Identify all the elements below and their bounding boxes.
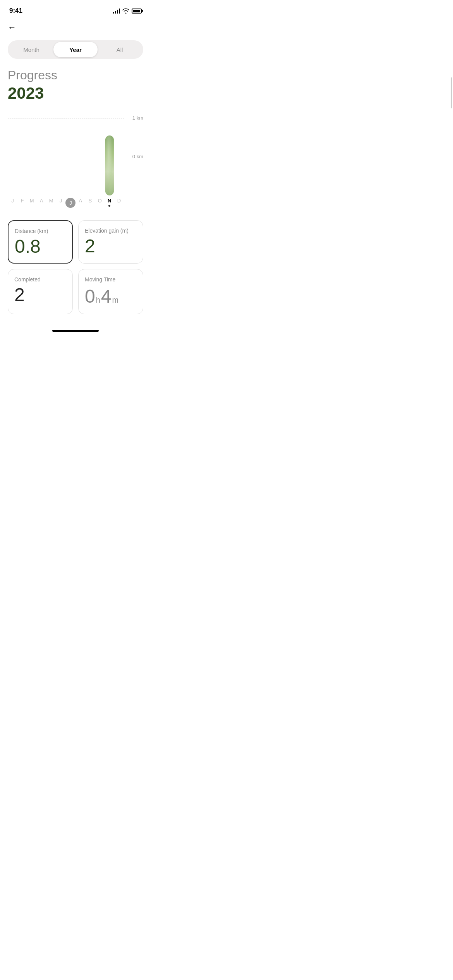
- stat-card-completed[interactable]: Completed 2: [8, 269, 73, 314]
- stat-elevation-label: Elevation gain (m): [85, 228, 137, 234]
- segment-all[interactable]: All: [98, 42, 142, 57]
- x-label-dec: D: [114, 198, 124, 208]
- progress-label: Progress: [8, 68, 143, 82]
- moving-time-minutes: 4: [101, 286, 112, 307]
- x-label-mar: M: [27, 198, 37, 208]
- stat-card-elevation[interactable]: Elevation gain (m) 2: [78, 220, 143, 264]
- status-time: 9:41: [9, 7, 22, 15]
- bar-col-jun: [56, 118, 66, 195]
- x-label-apr: A: [37, 198, 46, 208]
- stat-moving-time-label: Moving Time: [85, 276, 137, 283]
- x-label-may: M: [46, 198, 56, 208]
- stat-distance-label: Distance (km): [15, 228, 66, 234]
- status-icons: [113, 8, 142, 14]
- x-axis: J F M A M J J A S O N D: [8, 198, 124, 208]
- stats-grid: Distance (km) 0.8 Elevation gain (m) 2 C…: [0, 211, 151, 324]
- bar-col-apr: [37, 118, 46, 195]
- chart-y-label-0km: 0 km: [132, 154, 143, 159]
- back-arrow-icon: ←: [8, 22, 16, 32]
- x-label-jun: J: [56, 198, 66, 208]
- back-button[interactable]: ←: [0, 19, 151, 37]
- stat-card-distance[interactable]: Distance (km) 0.8: [8, 220, 73, 264]
- x-label-jan: J: [8, 198, 17, 208]
- x-label-jul-active[interactable]: J: [65, 198, 76, 208]
- home-bar: [52, 330, 99, 332]
- stat-completed-label: Completed: [14, 276, 66, 283]
- signal-icon: [113, 8, 120, 14]
- bar-col-nov[interactable]: [105, 118, 114, 195]
- x-label-feb: F: [17, 198, 27, 208]
- bar-col-mar: [27, 118, 37, 195]
- moving-time-hours: 0: [85, 286, 95, 307]
- bar-col-sep: [85, 118, 95, 195]
- home-indicator: [0, 324, 151, 335]
- x-label-sep: S: [85, 198, 95, 208]
- chart-area: 1 km 0 km: [8, 110, 143, 195]
- status-bar: 9:41: [0, 0, 151, 19]
- segment-year[interactable]: Year: [53, 42, 98, 57]
- stat-moving-time-value: 0 h 4 m: [85, 286, 137, 307]
- x-label-aug: A: [76, 198, 85, 208]
- bar-col-aug: [76, 118, 85, 195]
- stat-elevation-value: 2: [85, 237, 137, 255]
- chart-y-label-1km: 1 km: [132, 115, 143, 121]
- segment-month[interactable]: Month: [9, 42, 53, 57]
- x-label-oct: O: [95, 198, 105, 208]
- segment-control: Month Year All: [8, 40, 143, 59]
- bar-col-oct: [95, 118, 105, 195]
- moving-time-m-suffix: m: [112, 296, 119, 305]
- wifi-icon: [122, 8, 129, 14]
- bar-col-feb: [17, 118, 27, 195]
- bar-col-dec: [114, 118, 124, 195]
- moving-time-h-suffix: h: [96, 296, 100, 305]
- stat-distance-value: 0.8: [15, 237, 66, 256]
- stat-completed-value: 2: [14, 286, 66, 304]
- stat-card-moving-time[interactable]: Moving Time 0 h 4 m: [78, 269, 143, 314]
- bar-col-may: [46, 118, 56, 195]
- bar-col-jul: [66, 118, 76, 195]
- bars-area: [8, 118, 124, 195]
- bar-col-jan: [8, 118, 17, 195]
- x-label-nov-highlight[interactable]: N: [105, 198, 114, 208]
- chart-container: 1 km 0 km J F M A M J J A S O: [8, 110, 143, 211]
- progress-year: 2023: [8, 84, 143, 103]
- progress-section: Progress 2023: [0, 68, 151, 103]
- battery-icon: [132, 9, 142, 14]
